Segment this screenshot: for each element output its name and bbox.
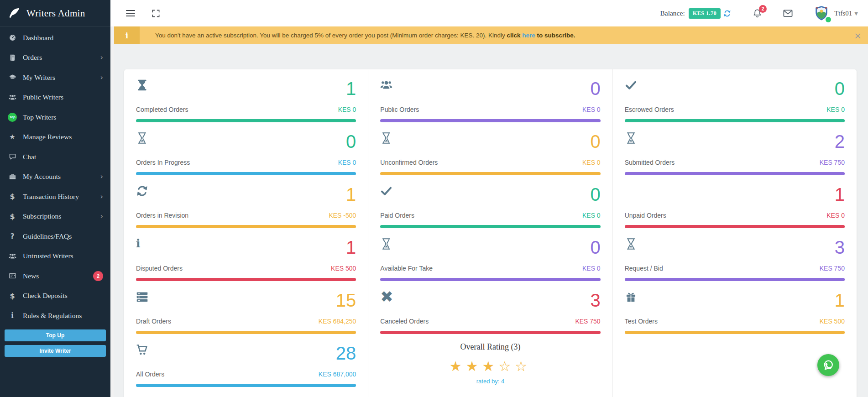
sidebar-item-label: Subscriptions <box>23 212 61 220</box>
stat-label: Draft Orders <box>136 318 171 325</box>
sidebar-item-label: Public Writers <box>23 93 63 101</box>
stat-label: Disputed Orders <box>136 265 183 272</box>
refresh-balance-icon[interactable] <box>723 10 731 17</box>
stat-label: Test Orders <box>625 318 658 325</box>
rating-title: Overall Rating (3) <box>380 342 600 352</box>
stat-value: 0 <box>590 132 600 151</box>
top-up-button[interactable]: Top Up <box>5 329 106 341</box>
rating-stars: ★★★☆☆ <box>380 358 600 374</box>
stat-label: Canceled Orders <box>380 318 429 325</box>
stat-progress-bar <box>625 331 845 334</box>
chevron-right-icon: › <box>100 74 103 81</box>
stat-label: Orders in Revision <box>136 212 188 219</box>
app-logo[interactable]: Writers Admin <box>0 0 110 27</box>
stat-value: 0 <box>590 238 600 257</box>
sidebar-item-label: Untrusted Writers <box>23 252 73 260</box>
sidebar-item-label: My Accounts <box>23 172 61 181</box>
stat-block: 0 Available For Take KES 0 <box>380 232 600 285</box>
stat-label: Public Orders <box>380 106 419 113</box>
chevron-right-icon: › <box>100 173 103 180</box>
stats-column-1: 1 Completed Orders KES 0 0 Orders In Pro… <box>124 69 368 397</box>
sidebar-item-subscriptions[interactable]: $ Subscriptions › <box>0 207 110 227</box>
sidebar-item-orders[interactable]: Orders › <box>0 48 110 68</box>
stat-amount: KES 0 <box>338 159 356 166</box>
dollar-icon: $ <box>7 212 17 221</box>
invite-writer-button[interactable]: Invite Writer <box>5 345 106 357</box>
briefcase-icon <box>7 172 17 181</box>
stats-column-2: 0 Public Orders KES 0 0 Unconfirmed Orde… <box>368 69 612 397</box>
stat-block: 1 Test Orders KES 500 <box>625 285 845 338</box>
sidebar-scrollbar[interactable] <box>110 26 114 397</box>
refresh-icon <box>136 185 150 198</box>
subscribe-link[interactable]: here <box>522 32 535 39</box>
stat-value: 28 <box>336 344 356 363</box>
stat-block: 1 Unpaid Orders KES 0 <box>625 179 845 232</box>
chevron-right-icon: › <box>100 213 103 220</box>
hourglass-outline-icon <box>625 132 638 146</box>
sidebar-item-rules-regulations[interactable]: i Rules & Regulations <box>0 306 110 326</box>
stats-column-3: 0 Escrowed Orders KES 0 2 Submitted Orde… <box>612 69 857 397</box>
stat-amount: KES 0 <box>582 159 601 166</box>
sidebar-item-dashboard[interactable]: Dashboard <box>0 28 110 48</box>
stat-amount: KES 0 <box>826 212 845 219</box>
stat-amount: KES 750 <box>575 318 600 325</box>
sidebar-item-public-writers[interactable]: Public Writers <box>0 88 110 108</box>
stat-progress-bar <box>625 278 845 281</box>
notification-count-badge: 2 <box>759 5 767 13</box>
gauge-icon <box>7 33 17 42</box>
cancel-icon: ✖ <box>380 291 394 304</box>
messages-mail-icon[interactable] <box>783 8 793 19</box>
sidebar-item-label: Guidelines/FAQs <box>23 232 72 240</box>
star-outline-icon: ☆ <box>498 358 515 374</box>
stat-block: 0 Paid Orders KES 0 <box>380 179 600 232</box>
stat-progress-bar <box>625 225 845 228</box>
stat-progress-bar <box>380 119 600 122</box>
sidebar-item-news[interactable]: News 2 <box>0 266 110 286</box>
newspaper-icon <box>7 272 17 281</box>
stat-progress-bar <box>136 278 356 281</box>
stat-label: Escrowed Orders <box>625 106 674 113</box>
sidebar-item-my-writers[interactable]: My Writers › <box>0 68 110 88</box>
hourglass-outline-icon <box>625 238 638 251</box>
sidebar-item-chat[interactable]: Chat <box>0 147 110 167</box>
whatsapp-button[interactable] <box>817 354 839 376</box>
fullscreen-icon[interactable] <box>152 9 160 18</box>
stat-amount: KES 687,000 <box>319 371 356 378</box>
stat-block: 1 Orders in Revision KES -500 <box>136 179 356 232</box>
stat-amount: KES 684,250 <box>319 318 356 325</box>
cart-icon <box>136 344 150 357</box>
menu-toggle-icon[interactable] <box>126 8 135 18</box>
balance-badge[interactable]: KES 1.70 <box>689 8 721 19</box>
stat-progress-bar <box>625 172 845 175</box>
stat-amount: KES 750 <box>820 159 845 166</box>
stat-progress-bar <box>380 172 600 175</box>
sidebar: Writers Admin Dashboard Orders › My Writ… <box>0 0 110 397</box>
stat-progress-bar <box>380 225 600 228</box>
stat-amount: KES -500 <box>329 212 356 219</box>
sidebar-item-untrusted-writers[interactable]: Untrusted Writers <box>0 246 110 266</box>
notifications-bell-icon[interactable]: 2 <box>752 8 763 19</box>
stat-block: 15 Draft Orders KES 684,250 <box>136 285 356 338</box>
sidebar-item-label: News <box>23 272 39 280</box>
sidebar-item-top-writers[interactable]: Top Top Writers <box>0 107 110 127</box>
users-icon <box>7 93 17 102</box>
sidebar-item-transaction-history[interactable]: $ Transaction History › <box>0 187 110 207</box>
users-icon <box>7 251 17 261</box>
close-icon[interactable]: × <box>854 31 862 40</box>
info-icon: i <box>7 311 17 320</box>
stat-label: Unconfirmed Orders <box>380 159 438 166</box>
dollar-icon: $ <box>7 291 17 300</box>
balance-label: Balance: <box>660 9 685 17</box>
sidebar-item-manage-reviews[interactable]: ★ Manage Reviews <box>0 127 110 147</box>
sidebar-item-label: Dashboard <box>23 34 53 42</box>
stat-block: 0 Public Orders KES 0 <box>380 73 600 126</box>
stat-block: i 1 Disputed Orders KES 500 <box>136 232 356 285</box>
sidebar-item-check-deposits[interactable]: $ Check Deposits <box>0 286 110 306</box>
user-menu[interactable]: Ttfs01 ▼ <box>813 5 858 21</box>
sidebar-item-guidelines-faqs[interactable]: ? Guidelines/FAQs <box>0 226 110 246</box>
sidebar-item-my-accounts[interactable]: My Accounts › <box>0 167 110 187</box>
stat-amount: KES 0 <box>338 106 356 113</box>
no-icon <box>625 185 638 198</box>
chat-icon <box>7 152 17 162</box>
dollar-icon: $ <box>7 192 17 201</box>
